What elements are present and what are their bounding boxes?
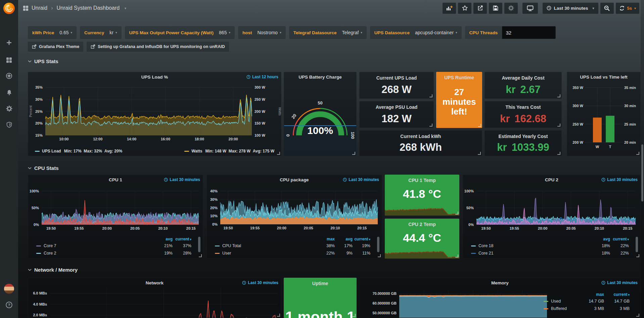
explore-compass-icon[interactable] xyxy=(5,72,13,80)
variable-ups-max-output[interactable]: UPS Max Output Power Capacity (Watt) 865 xyxy=(125,26,235,39)
series-name[interactable]: CPU Total xyxy=(222,243,317,248)
create-plus-icon[interactable] xyxy=(5,38,13,47)
panel-time-override[interactable]: Last 30 minutes xyxy=(601,280,638,285)
panel-title[interactable]: UPS Runtime xyxy=(436,75,482,80)
legend-col-current[interactable]: current▾ xyxy=(604,292,630,297)
panel-title[interactable]: Estimated Yearly Cost xyxy=(485,134,561,139)
panel-titlebar[interactable]: UPS Load % Last 12 hours xyxy=(28,72,281,81)
section-ups-stats[interactable]: UPS Stats xyxy=(28,58,58,64)
legend-header-row: avgcurrent▾ xyxy=(463,236,640,242)
variable-value[interactable]: apcupsd-container xyxy=(415,30,454,35)
series-swatch[interactable] xyxy=(471,253,476,254)
legend-col-avg[interactable]: avg xyxy=(335,237,353,241)
series-name[interactable]: Used xyxy=(551,299,579,304)
variable-host[interactable]: host Nostromo xyxy=(238,26,286,39)
variable-value[interactable]: 865 xyxy=(219,30,227,35)
alerting-bell-icon[interactable] xyxy=(5,88,13,97)
panel-title[interactable]: This Years Cost xyxy=(485,104,561,110)
legend-item-watts[interactable]: WattsMin: 148 W Max: 278 W Avg: 175 W xyxy=(184,149,274,153)
cycle-view-mode-button[interactable] xyxy=(522,3,538,14)
legend-col-max[interactable]: max xyxy=(317,237,335,241)
share-dashboard-button[interactable] xyxy=(473,3,487,14)
section-network-memory[interactable]: Network / Memory xyxy=(28,267,78,273)
panel-title[interactable]: Current Load kWh xyxy=(360,134,482,139)
breadcrumb[interactable]: Unraid Unraid System Dashboard xyxy=(23,5,126,11)
legend-col-max[interactable]: max xyxy=(579,292,604,297)
grafana-logo-icon[interactable] xyxy=(3,3,15,14)
dashboards-icon[interactable] xyxy=(5,56,13,64)
breadcrumb-dashboard-title[interactable]: Unraid System Dashboard xyxy=(56,5,120,11)
stat-value: 182 W xyxy=(360,113,433,125)
series-swatch[interactable] xyxy=(215,245,220,246)
variable-ups-datasource[interactable]: UPS Datasource apcupsd-container xyxy=(370,26,462,39)
ups-load-chart[interactable]: 10:0012:0014:0016:0018:0020:0035%30%25%2… xyxy=(28,72,281,156)
series-name[interactable]: Core 7 xyxy=(44,243,154,248)
series-name[interactable]: Core 18 xyxy=(478,243,591,248)
dashboard-settings-button[interactable] xyxy=(504,3,518,14)
variable-kwh-price[interactable]: kWh Price 0.65 xyxy=(28,26,77,39)
variable-currency[interactable]: Currency kr xyxy=(80,26,121,39)
refresh-button[interactable]: 5s xyxy=(616,3,640,14)
panel-title[interactable]: UPS Load vs Time left xyxy=(567,75,640,80)
save-dashboard-button[interactable] xyxy=(489,3,502,14)
series-name[interactable]: User xyxy=(222,251,317,256)
legend-col-current[interactable]: current▾ xyxy=(353,237,370,241)
section-cpu-stats[interactable]: CPU Stats xyxy=(28,165,59,171)
panel-title[interactable]: Average Daily Cost xyxy=(485,75,561,81)
series-swatch[interactable] xyxy=(471,245,476,246)
panel-title[interactable]: Memory xyxy=(360,280,640,285)
legend-scrollbar[interactable] xyxy=(377,237,379,252)
variable-value[interactable]: kr xyxy=(109,30,113,35)
legend-col-current[interactable]: current▾ xyxy=(610,237,629,241)
series-name[interactable]: Core 21 xyxy=(478,251,591,256)
panel-time-override[interactable]: Last 30 minutes xyxy=(242,280,278,285)
series-swatch[interactable] xyxy=(544,308,548,309)
variable-telegraf-datasource[interactable]: Telegraf Datasource Telegraf xyxy=(289,26,367,39)
panel-time-override[interactable]: Last 30 minutes xyxy=(343,177,379,182)
legend-item-ups-load[interactable]: UPS LoadMin: 17% Max: 32% Avg: 20% xyxy=(35,149,122,153)
zoom-out-button[interactable] xyxy=(600,3,614,14)
panel-title[interactable]: Current UPS Load xyxy=(360,75,433,81)
variable-value[interactable]: 0.65 xyxy=(59,30,68,35)
add-panel-button[interactable] xyxy=(443,3,456,14)
panel-time-override[interactable]: Last 12 hours xyxy=(246,75,278,79)
svg-text:20:10: 20:10 xyxy=(330,226,340,230)
battery-gauge[interactable]: 02050100 xyxy=(284,82,356,149)
refresh-interval-label[interactable]: 5s xyxy=(627,6,632,11)
legend-col-avg[interactable]: avg xyxy=(591,237,610,241)
help-icon[interactable]: ? xyxy=(5,301,13,309)
scrollbar-thumb[interactable] xyxy=(641,144,643,201)
variable-value[interactable]: Telegraf xyxy=(342,30,359,35)
series-name[interactable]: Buffered xyxy=(551,306,579,311)
panel-title[interactable]: CPU 2 Temp xyxy=(385,222,459,227)
page-scrollbar[interactable] xyxy=(641,0,644,318)
series-swatch[interactable] xyxy=(36,253,41,254)
server-admin-shield-icon[interactable] xyxy=(5,120,13,129)
legend-scrollbar[interactable] xyxy=(198,237,200,252)
time-range-picker[interactable]: Last 30 minutes xyxy=(543,3,598,14)
cpu-threads-input[interactable] xyxy=(502,26,556,39)
link-grafana-plex-theme[interactable]: Grafana Plex Theme xyxy=(28,42,83,52)
breadcrumb-org[interactable]: Unraid xyxy=(32,5,47,11)
legend-scrollbar[interactable] xyxy=(636,237,638,252)
configuration-gear-icon[interactable] xyxy=(5,104,13,113)
variable-value[interactable]: Nostromo xyxy=(257,30,278,35)
user-avatar[interactable] xyxy=(4,284,14,294)
panel-title[interactable]: Average PSU Load xyxy=(360,104,433,110)
panel-time-override[interactable]: Last 30 minutes xyxy=(164,177,200,182)
legend-col-current[interactable]: current▾ xyxy=(173,237,191,241)
legend-col-avg[interactable]: avg xyxy=(154,237,173,241)
panel-time-override[interactable]: Last 30 minutes xyxy=(601,177,638,182)
series-swatch[interactable] xyxy=(36,245,41,246)
link-ups-monitoring-guide[interactable]: Setting up Grafana and InfluxDB for UPS … xyxy=(87,42,229,52)
panel-title[interactable]: Uptime xyxy=(284,281,357,286)
series-swatch[interactable] xyxy=(544,301,548,302)
panel-title[interactable]: UPS Load % xyxy=(28,75,281,80)
ups-load-vs-time-chart[interactable]: 350 W35 min300 W30 min250 W25 min200 W20… xyxy=(567,72,640,156)
panel-title[interactable]: UPS Battery Charge xyxy=(284,75,356,80)
panel-title[interactable]: CPU 1 Temp xyxy=(385,178,459,183)
series-swatch[interactable] xyxy=(215,253,220,254)
star-dashboard-button[interactable] xyxy=(458,3,471,14)
chevron-down-icon xyxy=(456,31,457,34)
series-name[interactable]: Core 2 xyxy=(44,251,154,256)
